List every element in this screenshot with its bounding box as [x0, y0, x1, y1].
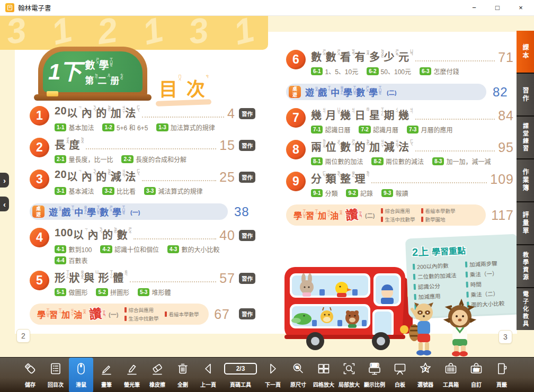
chapter-title: 20以ㄧˇ內ㄋㄟˋ的ㄉㄜ˙減ㄐㄧㄢˇ法ㄈㄚˇ	[55, 168, 140, 184]
dotted-leader	[415, 150, 495, 152]
side-tab-作業簿[interactable]: 作業簿	[517, 159, 534, 201]
chapter-link[interactable]: 形ㄒㄧㄥˊ狀ㄓㄨㄤˋ與ㄩˇ形ㄒㄧㄥˊ體ㄊㄧˇ57習作	[55, 270, 255, 285]
board-game-link[interactable]: 桌遊遊ㄧㄡˊ戲ㄒㄧˋ中ㄓㄨㄥ學ㄒㄩㄝˊ數ㄕㄨˋ學ㄒㄩㄝˊ(一)	[30, 203, 228, 220]
bullet-bar	[466, 282, 468, 288]
subsection-link[interactable]: 3-3減法算式的規律	[144, 186, 202, 195]
tool-mouse[interactable]: 滑鼠	[69, 358, 93, 392]
tool-page-tab[interactable]: 頁籤	[490, 358, 514, 392]
side-tab-教學資源[interactable]: 教學資源	[517, 245, 534, 287]
tool-delete-all[interactable]: 全刪	[171, 358, 195, 392]
tool-next[interactable]: 下一頁	[261, 358, 285, 392]
tool-highlighter[interactable]: 螢光筆	[120, 358, 144, 392]
chapter-link[interactable]: 100以ㄧˇ內ㄋㄟˋ的ㄉㄜ˙數ㄕㄨˋ40習作	[55, 227, 255, 242]
close-button[interactable]: ×	[517, 4, 524, 12]
subsection-link[interactable]: 9-3報讀	[381, 189, 408, 198]
minimize-button[interactable]: −	[470, 4, 478, 12]
side-tab-電子化教具[interactable]: 電子化教具	[517, 288, 534, 330]
chapter-link[interactable]: 分ㄈㄣ類ㄌㄟˋ整ㄓㄥˇ理ㄌㄧˇ109	[311, 171, 514, 186]
chapter-number-badge[interactable]: 5	[30, 271, 49, 290]
tool-page-tool[interactable]: 2/3頁碼工具	[221, 358, 260, 392]
board-game-link[interactable]: 桌遊遊ㄧㄡˊ戲ㄒㄧˋ中ㄓㄨㄥ學ㄒㄩㄝˊ數ㄕㄨˋ學ㄒㄩㄝˊ(二)	[286, 84, 486, 100]
boost-bullet-item: 看繪本學數學	[421, 207, 455, 215]
subsection-link[interactable]: 2-1量長度，比一比	[55, 155, 113, 164]
subsection-link[interactable]: 3-1基本減法	[55, 186, 94, 195]
subsection-link[interactable]: 2-2長度的合成和分解	[121, 155, 186, 164]
subsection-link[interactable]: 7-3月曆的應用	[407, 125, 452, 134]
chapter-number-badge[interactable]: 7	[286, 108, 306, 128]
subsection-code-badge: 7-1	[311, 126, 323, 133]
subsection-code-badge: 6-2	[367, 67, 378, 75]
subsection-link[interactable]: 4-3數的大小比較	[167, 245, 219, 254]
tool-display-ratio[interactable]: 延伸顯示比例	[362, 358, 387, 392]
learning-boost-link[interactable]: 學ㄒㄩㄝˊ習ㄒㄧˊ加ㄐㄧㄚ油ㄧㄡˊ讚ㄗㄢˋ(二)綜合與應用生活中找數學看繪本學數…	[286, 204, 486, 226]
tool-four-grid[interactable]: 四格放大	[312, 358, 336, 392]
subsection-link[interactable]: 4-1數到100	[55, 245, 92, 254]
tool-original-size[interactable]: %原尺寸	[286, 358, 310, 392]
side-tab-評量單[interactable]: 評量單	[517, 202, 534, 244]
side-tab-課堂練習[interactable]: 課堂練習	[517, 117, 534, 158]
workbook-badge[interactable]: 習作	[239, 140, 255, 151]
tool-partial-zoom[interactable]: 局部放大	[337, 358, 361, 392]
chapter-number-badge[interactable]: 2	[30, 138, 49, 157]
subsection-link[interactable]: 6-11、5、10元	[311, 67, 358, 76]
edge-forward-arrow[interactable]: ›	[0, 173, 9, 188]
subsection-label: 記錄	[360, 189, 373, 198]
subsection-link[interactable]: 1-1基本加法	[55, 123, 94, 132]
subsection-link[interactable]: 6-250、100元	[367, 67, 411, 76]
chapter-link[interactable]: 幾ㄐㄧˇ月ㄩㄝˋ幾ㄐㄧˇ日ㄖˋ星ㄒㄧㄥ期ㄑㄧˊ幾ㄐㄧˇ84	[311, 107, 514, 122]
chapter-number-badge[interactable]: 6	[286, 50, 306, 69]
chapter-number-badge[interactable]: 8	[286, 140, 306, 159]
toc-title: 目ㄇㄨˋ次ㄘˋ	[159, 74, 209, 101]
subsection-link[interactable]: 9-1分類	[311, 189, 337, 198]
workbook-badge[interactable]: 習作	[239, 308, 255, 319]
zhuyin-ruby: ㄒㄧˋ	[327, 86, 331, 91]
edge-back-arrow[interactable]: ‹	[0, 197, 9, 211]
chapter-link[interactable]: 兩ㄌㄧㄤˇ位ㄨㄟˋ數ㄕㄨˋ的ㄉㄜ˙加ㄐㄧㄚ減ㄐㄧㄢˇ法ㄈㄚˇ95	[311, 139, 514, 154]
chapter-number-badge[interactable]: 9	[286, 172, 306, 191]
subsection-link[interactable]: 5-3堆形體	[138, 288, 171, 297]
maximize-button[interactable]: □	[494, 4, 501, 12]
side-tab-課本[interactable]: 課本	[517, 31, 534, 73]
subsection-link[interactable]: 8-1兩位數的加法	[311, 157, 363, 166]
page-number-right: 3	[499, 330, 512, 344]
workbook-badge[interactable]: 習作	[239, 108, 255, 119]
side-tab-習作[interactable]: 習作	[517, 74, 534, 115]
subsection-link[interactable]: 4-2認識十位和個位	[100, 245, 158, 254]
subsection-link[interactable]: 5-1做圖形	[55, 288, 87, 297]
chapter-number-badge[interactable]: 4	[30, 228, 49, 247]
workbook-badge[interactable]: 習作	[239, 172, 255, 183]
bullet-bar	[381, 208, 383, 213]
subsection-link[interactable]: 3-2比比看	[102, 186, 135, 195]
chapter-link[interactable]: 20以ㄧˇ內ㄋㄟˋ的ㄉㄜ˙加ㄐㄧㄚ法ㄈㄚˇ4習作	[55, 105, 255, 120]
tool-custom[interactable]: 自訂自訂	[464, 358, 488, 392]
subsection-link[interactable]: 8-3加一加，減一減	[432, 157, 491, 166]
tool-eraser[interactable]: 橡皮擦	[145, 358, 170, 392]
tool-pen[interactable]: 畫筆	[94, 358, 119, 392]
tool-toc[interactable]: 回目次	[43, 358, 68, 392]
chapter-number-badge[interactable]: 3	[30, 170, 49, 189]
subsection-link[interactable]: 6-3怎麼付錢	[420, 67, 459, 76]
tool-toolbox[interactable]: 工具箱	[439, 358, 463, 392]
workbook-badge[interactable]: 習作	[239, 230, 255, 241]
tool-whiteboard[interactable]: 白板	[388, 358, 412, 392]
tool-prev[interactable]: 上一頁	[196, 358, 220, 392]
subsection-link[interactable]: 4-4百數表	[55, 256, 87, 265]
subsection-link[interactable]: 1-3加法算式的規律	[156, 123, 215, 132]
chapter-link[interactable]: 20以ㄧˇ內ㄋㄟˋ的ㄉㄜ˙減ㄐㄧㄢˇ法ㄈㄚˇ25習作	[55, 168, 255, 184]
page-number-left: 2	[16, 329, 30, 343]
subsection-link[interactable]: 8-2兩位數的減法	[371, 157, 423, 166]
chapter-link[interactable]: 數ㄕㄨˇ數ㄕㄨˋ看ㄎㄢˋ有ㄧㄡˇ多ㄉㄨㄛ少ㄕㄠˇ元ㄩㄢˊ71	[311, 49, 514, 64]
subsection-link[interactable]: 5-2拼圖形	[96, 288, 129, 297]
learning-boost-link[interactable]: 學ㄒㄩㄝˊ習ㄒㄧˊ加ㄐㄧㄚ油ㄧㄡˊ讚ㄗㄢˋ(一)綜合與應用生活中找數學看繪本學數…	[30, 304, 209, 325]
subsection-link[interactable]: 7-1認識日曆	[311, 125, 350, 134]
tool-label: 局部放大	[339, 380, 360, 388]
tool-number-picker[interactable]: 7選號器	[413, 358, 438, 392]
tool-save[interactable]: 儲存	[18, 358, 42, 392]
workbook-badge[interactable]: 習作	[239, 273, 255, 284]
subsection-link[interactable]: 1-25+6 和 6+5	[102, 123, 148, 132]
chapter-link[interactable]: 長ㄔㄤˊ度ㄉㄨˋ15習作	[55, 137, 255, 152]
chapter-number-badge[interactable]: 1	[30, 106, 49, 126]
subsection-code-badge: 5-3	[138, 288, 149, 296]
subsection-link[interactable]: 9-2記錄	[346, 189, 372, 198]
subsection-link[interactable]: 7-2認識月曆	[359, 125, 398, 134]
